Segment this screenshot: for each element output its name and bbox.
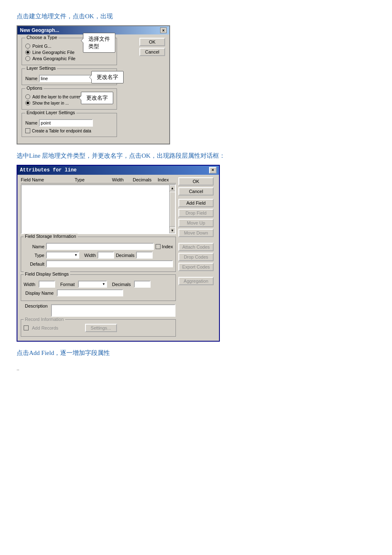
dialog2-export-codes-button[interactable]: Export Codes <box>178 263 214 271</box>
dialog2-ok-button[interactable]: OK <box>178 177 214 186</box>
dialog2-body: Field Name Type Width Decimals Index ▲ ▼ <box>17 175 219 341</box>
scrollbar-thumb[interactable] <box>170 192 175 227</box>
dialog1-title: New Geograph... <box>20 27 59 33</box>
dialog2-close-button[interactable]: × <box>209 167 217 174</box>
dialog2-box: Attributes for line × Field Name Type Wi… <box>17 165 220 342</box>
col-width: Width <box>112 177 133 182</box>
fd-format-dropdown[interactable]: ▼ <box>78 281 107 288</box>
fd-displayname-input[interactable] <box>57 289 123 296</box>
col-field-name: Field Name <box>21 177 75 182</box>
heading-1: 点击建立地理文件，点击OK，出现 <box>17 12 375 20</box>
option-show-radio[interactable] <box>25 100 30 105</box>
dialog1-options-label: Options <box>25 86 44 90</box>
area-radio-btn[interactable] <box>25 56 30 61</box>
fs-type-label: Type <box>24 253 44 258</box>
dialog1-create-table-label: Create a Table for endpoint data <box>32 129 91 133</box>
callout-layer-name: 更改名字 <box>91 71 124 83</box>
field-storage-group: Field Storage Information Name Index Typ… <box>21 237 176 272</box>
col-index: Index <box>158 177 174 182</box>
dialog1-endpoint-group: Endpoint Layer Settings Name Create a Ta… <box>22 113 117 137</box>
dialog1-close-button[interactable]: × <box>160 27 167 33</box>
scrollbar-up-arrow[interactable]: ▲ <box>170 185 175 191</box>
fd-format-arrow: ▼ <box>102 282 105 286</box>
dialog2-left-panel: Field Name Type Width Decimals Index ▲ ▼ <box>21 177 176 338</box>
option-add-radio[interactable] <box>25 94 30 99</box>
dialog1-endpoint-name-row: Name <box>25 119 113 127</box>
fd-displayname-row: Display Name <box>24 289 173 296</box>
fd-decimals-label: Decimals <box>112 282 131 287</box>
fs-decimals-input[interactable] <box>136 252 153 259</box>
fs-type-dropdown[interactable]: ▼ <box>46 252 79 259</box>
dialog2-move-up-button[interactable]: Move Up <box>178 219 214 227</box>
dialog1-option-show-label: Show the layer in ... <box>32 101 69 105</box>
dialog1-radio-area[interactable]: Area Geographic File <box>25 56 113 61</box>
fd-row1: Width Format ▼ Decimals <box>24 281 173 288</box>
dialog2-table-header: Field Name Type Width Decimals Index <box>21 177 176 183</box>
field-display-group: Field Display Settings Width Format ▼ De… <box>21 274 176 301</box>
fs-index-label: Index <box>162 244 173 249</box>
col-decimals: Decimals <box>133 177 158 182</box>
fs-name-row: Name Index <box>24 243 173 250</box>
fd-width-input[interactable] <box>39 281 55 288</box>
line-radio-btn[interactable] <box>25 50 30 55</box>
dialog1-endpoint-label: Endpoint Layer Settings <box>25 110 76 115</box>
fs-type-arrow: ▼ <box>74 253 78 257</box>
fd-displayname-label: Display Name <box>25 291 54 296</box>
dialog2-title: Attributes for line <box>20 167 77 173</box>
heading-3: 点击Add Field，逐一增加字段属性 <box>17 349 375 357</box>
field-storage-label: Field Storage Information <box>24 234 78 239</box>
dialog1-button-col: OK Cancel <box>139 38 165 56</box>
fs-default-input[interactable] <box>46 260 173 267</box>
record-row: Add Records Settings... <box>24 324 173 332</box>
record-info-label: Record Information <box>24 317 65 322</box>
dialog2-titlebar: Attributes for line × <box>17 166 219 175</box>
fd-decimals-input[interactable] <box>134 281 151 288</box>
record-info-group: Record Information Add Records Settings.… <box>21 319 176 337</box>
dialog2-move-down-button[interactable]: Move Down <box>178 229 214 237</box>
callout-endpoint-name: 更改名字 <box>81 92 113 104</box>
dialog2-drop-field-button[interactable]: Drop Field <box>178 209 214 217</box>
table-scrollbar[interactable]: ▲ ▼ <box>169 185 175 233</box>
fs-default-label: Default <box>24 262 44 266</box>
dialog-new-geography: New Geograph... × OK Cancel Choose a Typ… <box>17 25 375 144</box>
fd-width-label: Width <box>24 282 35 287</box>
dialog2-table-area: ▲ ▼ <box>21 184 176 234</box>
fs-name-input[interactable] <box>46 243 154 250</box>
dialog2-attach-codes-button[interactable]: Attach Codes <box>178 243 214 251</box>
description-label: Description <box>21 303 48 308</box>
create-table-checkbox[interactable] <box>25 128 30 133</box>
page-dots: .. <box>17 365 375 372</box>
dialog1-layer-name-input[interactable] <box>39 75 93 82</box>
fs-index-checkbox[interactable] <box>156 244 161 249</box>
fs-index-row[interactable]: Index <box>156 244 173 249</box>
dialog1-cancel-button[interactable]: Cancel <box>139 48 165 56</box>
fs-type-row: Type ▼ Width Decimals <box>24 252 173 259</box>
fd-format-label: Format <box>60 282 75 287</box>
fs-width-label: Width <box>84 253 96 258</box>
dialog2-aggregation-button[interactable]: Aggregation <box>178 277 214 285</box>
dialog1-create-table-row[interactable]: Create a Table for endpoint data <box>25 128 113 133</box>
dialog1-endpoint-name-input[interactable] <box>39 119 93 127</box>
point-radio-btn[interactable] <box>25 44 30 49</box>
settings-button[interactable]: Settings... <box>85 324 117 332</box>
fs-width-input[interactable] <box>97 252 114 259</box>
add-records-label: Add Records <box>32 325 58 330</box>
dialog1-line-label: Line Geographic File <box>32 50 75 55</box>
dialog2-add-field-button[interactable]: Add Field <box>178 199 214 207</box>
dialog2-right-panel: OK Cancel Add Field Drop Field Move Up M… <box>178 177 216 338</box>
scrollbar-down-arrow[interactable]: ▼ <box>170 227 175 233</box>
description-input[interactable] <box>51 304 175 317</box>
dialog1-layer-settings-label: Layer Settings <box>25 66 57 71</box>
dialog1-endpoint-name-label: Name <box>25 120 37 125</box>
dialog2-drop-codes-button[interactable]: Drop Codes <box>178 253 214 261</box>
field-display-label: Field Display Settings <box>24 271 70 276</box>
dialog1-area-label: Area Geographic File <box>32 56 75 61</box>
dialog2-cancel-button[interactable]: Cancel <box>178 187 214 196</box>
fs-decimals-label: Decimals <box>116 253 134 258</box>
dialog1-ok-button[interactable]: OK <box>139 38 165 46</box>
col-type: Type <box>75 177 112 182</box>
dialog-attributes: Attributes for line × Field Name Type Wi… <box>17 165 375 342</box>
fs-name-label: Name <box>24 244 44 249</box>
add-records-checkbox[interactable] <box>24 325 29 330</box>
dialog1-choose-type-label: Choose a Type <box>25 35 58 40</box>
